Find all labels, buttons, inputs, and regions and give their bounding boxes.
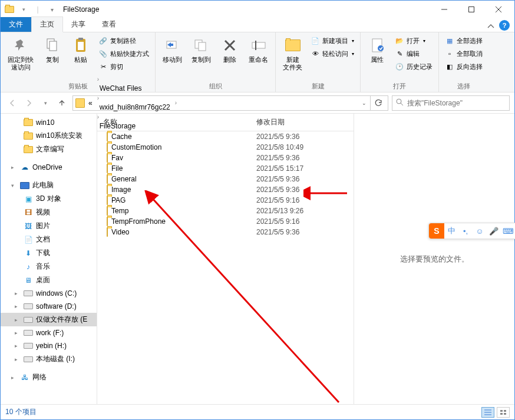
maximize-button[interactable]	[458, 1, 485, 18]
easy-access-button[interactable]: 👁轻松访问▾	[308, 48, 356, 59]
address-bar[interactable]: « ›WeChat Files›wxid_hui8n8mr76gc22›File…	[72, 95, 388, 111]
column-name[interactable]: 名称	[97, 114, 250, 131]
tree-item[interactable]: 文章编写	[1, 143, 97, 156]
file-list[interactable]: 名称 修改日期 Cache2021/5/5 9:36CustomEmotion2…	[97, 114, 354, 404]
tab-home[interactable]: 主页	[31, 16, 63, 32]
tree-item[interactable]: ▸本地磁盘 (I:)	[1, 352, 97, 366]
tree-item[interactable]: ▸仅做文件存放 (E	[1, 313, 97, 326]
tree-item[interactable]: 📄文档	[1, 233, 97, 246]
expand-icon[interactable]: ▸	[15, 343, 21, 349]
ime-mic-button[interactable]: 🎤	[487, 223, 501, 239]
expand-icon[interactable]: ▸	[15, 330, 21, 336]
tree-item[interactable]: win10	[1, 116, 97, 129]
navigation-bar: ▾ « ›WeChat Files›wxid_hui8n8mr76gc22›Fi…	[1, 92, 514, 114]
edit-button[interactable]: ✎编辑	[392, 48, 435, 59]
new-item-button[interactable]: 📄新建项目▾	[308, 35, 356, 47]
refresh-button[interactable]	[370, 96, 385, 110]
tree-item[interactable]: ⬇下载	[1, 246, 97, 260]
breadcrumb-chevron-icon[interactable]: ›	[96, 76, 100, 82]
pin-to-quick-access-button[interactable]: 固定到快 速访问	[4, 34, 37, 74]
tab-share[interactable]: 共享	[63, 17, 94, 32]
file-row[interactable]: General2021/5/5 9:36	[97, 174, 354, 184]
navigation-pane[interactable]: win10win10系统安装文章编写▸☁OneDrive▾此电脑▣3D 对象🎞视…	[1, 114, 97, 404]
history-button[interactable]: 🕑历史记录	[392, 61, 435, 72]
file-row[interactable]: File2021/5/5 15:17	[97, 163, 354, 174]
ribbon-collapse-button[interactable]	[483, 21, 499, 32]
delete-button[interactable]: 删除	[217, 34, 243, 66]
help-button[interactable]: ?	[499, 20, 510, 31]
back-button[interactable]	[5, 96, 19, 110]
tree-item[interactable]: ▸software (D:)	[1, 300, 97, 313]
tree-item[interactable]: 🎞视频	[1, 206, 97, 219]
tree-item[interactable]: ▸windows (C:)	[1, 287, 97, 300]
forward-button[interactable]	[22, 96, 36, 110]
invert-selection-button[interactable]: ◧反向选择	[443, 61, 485, 72]
breadcrumb-chevron-icon[interactable]: ›	[96, 95, 100, 101]
tree-item[interactable]: ▣3D 对象	[1, 192, 97, 206]
expand-icon[interactable]: ▸	[15, 290, 21, 296]
select-all-button[interactable]: ▦全部选择	[443, 35, 485, 47]
copy-path-button[interactable]: 🔗复制路径	[96, 35, 151, 47]
expand-icon[interactable]: ▸	[15, 303, 21, 309]
ime-emoji-button[interactable]: ☺	[473, 223, 487, 239]
breadcrumb-item[interactable]: wxid_hui8n8mr76gc22	[96, 102, 174, 113]
file-row[interactable]: Temp2021/5/13 9:26	[97, 206, 354, 216]
ime-logo-icon[interactable]: S	[429, 223, 444, 239]
open-button[interactable]: 📂打开▾	[392, 35, 435, 47]
file-row[interactable]: Image2021/5/5 9:36	[97, 184, 354, 195]
qat-dropdown-icon[interactable]: ▾	[17, 3, 30, 16]
ime-toolbar[interactable]: S 中 •, ☺ 🎤 ⌨	[428, 223, 515, 239]
ime-keyboard-button[interactable]: ⌨	[501, 223, 515, 239]
expand-icon[interactable]: ▸	[15, 317, 21, 323]
tree-item[interactable]: ▸☁OneDrive	[1, 161, 97, 174]
search-box[interactable]	[392, 95, 510, 111]
details-view-button[interactable]	[481, 407, 494, 418]
tree-item[interactable]: ▾此电脑	[1, 178, 97, 192]
tree-item[interactable]: 🖼图片	[1, 219, 97, 233]
recent-locations-button[interactable]: ▾	[38, 96, 52, 110]
tree-item[interactable]: 🖥桌面	[1, 273, 97, 287]
file-row[interactable]: TempFromPhone2021/5/5 9:16	[97, 216, 354, 227]
column-date[interactable]: 修改日期	[250, 114, 354, 131]
tree-item[interactable]: win10系统安装	[1, 129, 97, 143]
cut-button[interactable]: ✂剪切	[96, 61, 151, 72]
expand-icon[interactable]: ▾	[11, 183, 17, 188]
rename-button[interactable]: 重命名	[245, 34, 272, 66]
address-dropdown-button[interactable]: ⌄	[358, 100, 370, 106]
expand-icon[interactable]: ▸	[15, 356, 21, 362]
paste-shortcut-button[interactable]: 📎粘贴快捷方式	[96, 48, 151, 59]
file-row[interactable]: Video2021/5/5 9:36	[97, 227, 354, 237]
properties-button[interactable]: 属性	[364, 34, 390, 66]
qat-overflow-icon[interactable]: ▾	[45, 3, 58, 16]
file-row[interactable]: Cache2021/5/5 9:36	[97, 131, 354, 142]
select-none-button[interactable]: ▫全部取消	[443, 48, 485, 59]
tree-item-label: 音乐	[36, 262, 50, 272]
copy-to-button[interactable]: 复制到	[188, 34, 214, 66]
tree-item[interactable]: ♪音乐	[1, 260, 97, 273]
tree-item[interactable]: ▸work (F:)	[1, 326, 97, 339]
tree-item[interactable]: ▸yebin (H:)	[1, 339, 97, 352]
new-folder-button[interactable]: 新建 文件夹	[279, 34, 306, 74]
tab-file[interactable]: 文件	[1, 17, 31, 32]
search-input[interactable]	[407, 99, 506, 107]
close-button[interactable]	[485, 1, 512, 18]
tree-item[interactable]: ▸🖧网络	[1, 371, 97, 384]
minimize-button[interactable]	[431, 1, 458, 18]
breadcrumb-item[interactable]: WeChat Files	[96, 83, 174, 94]
expand-icon[interactable]: ▸	[11, 164, 17, 170]
ime-lang-button[interactable]: 中	[444, 223, 458, 239]
file-name: General	[111, 175, 137, 183]
file-row[interactable]: PAG2021/5/5 9:16	[97, 195, 354, 206]
file-row[interactable]: CustomEmotion2021/5/8 10:49	[97, 142, 354, 153]
up-button[interactable]	[55, 96, 69, 110]
breadcrumb-chevron-icon[interactable]: ›	[174, 100, 178, 106]
tab-view[interactable]: 查看	[94, 17, 124, 32]
move-to-button[interactable]: 移动到	[159, 34, 186, 66]
ime-punct-button[interactable]: •,	[458, 223, 473, 239]
file-row[interactable]: Fav2021/5/5 9:36	[97, 153, 354, 163]
paste-button[interactable]: 粘贴	[68, 34, 94, 66]
breadcrumb-prefix[interactable]: «	[85, 98, 96, 108]
large-icons-view-button[interactable]	[497, 407, 510, 418]
copy-button[interactable]: 复制	[39, 34, 65, 66]
expand-icon[interactable]: ▸	[11, 375, 17, 381]
